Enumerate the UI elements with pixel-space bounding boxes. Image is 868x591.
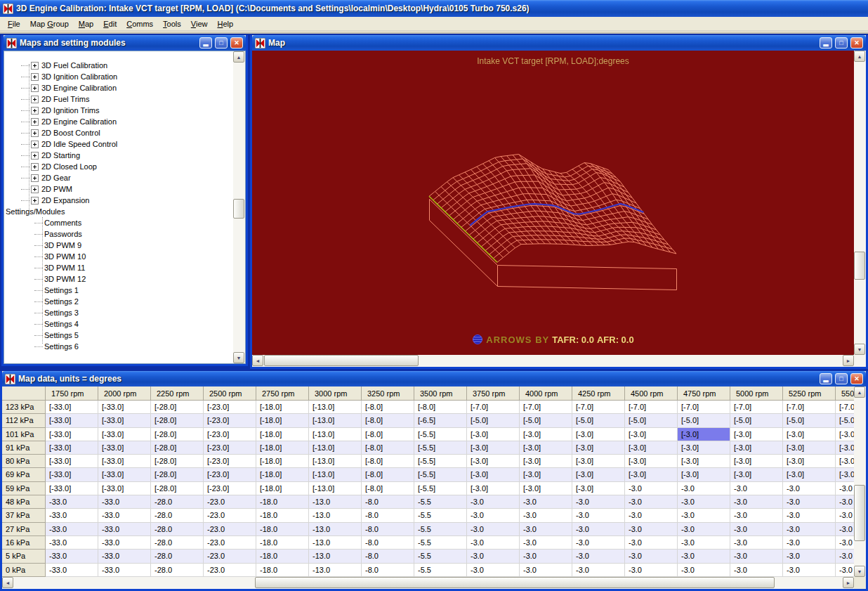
- map-data-cell[interactable]: [-3.0]: [520, 455, 572, 468]
- tree-item-2d-gear[interactable]: 2D Gear: [4, 172, 233, 183]
- map-data-cell[interactable]: [-5.5]: [414, 455, 467, 468]
- map-data-cell[interactable]: [-5.5]: [414, 441, 467, 455]
- map-data-cell[interactable]: -33.0: [46, 495, 98, 509]
- map-data-cell[interactable]: -3.0: [836, 482, 854, 495]
- map-data-cell[interactable]: -33.0: [46, 564, 98, 577]
- map-data-cell[interactable]: [-3.0]: [783, 455, 836, 468]
- map-data-cell[interactable]: [-7.0]: [783, 401, 836, 414]
- grid-hscroll-thumb[interactable]: [255, 577, 775, 588]
- map-data-cell[interactable]: [-33.0]: [98, 455, 151, 468]
- map-data-cell[interactable]: -3.0: [730, 509, 783, 522]
- tree-expand-button[interactable]: [31, 73, 39, 81]
- map-data-cell[interactable]: -8.0: [362, 550, 414, 563]
- map-data-cell[interactable]: -3.0: [783, 495, 836, 509]
- map-data-cell[interactable]: -23.0: [204, 523, 256, 536]
- map-data-cell[interactable]: -3.0: [625, 536, 678, 550]
- map-data-cell[interactable]: [-23.0]: [204, 482, 256, 495]
- map-data-cell[interactable]: -3.0: [730, 482, 783, 495]
- tree-item-2d-ignition-trims[interactable]: 2D Ignition Trims: [4, 105, 233, 116]
- map-data-cell[interactable]: [-18.0]: [256, 401, 309, 414]
- map-data-cell[interactable]: [-7.0]: [836, 401, 854, 414]
- tree-scrollbar[interactable]: ▲ ▼: [233, 51, 245, 363]
- tree-item-comments[interactable]: Comments: [4, 217, 233, 228]
- map-data-cell[interactable]: [-5.0]: [467, 414, 520, 427]
- tree-expand-button[interactable]: [31, 174, 39, 182]
- map-data-cell[interactable]: [-3.0]: [625, 441, 678, 455]
- map-data-cell[interactable]: -3.0: [730, 564, 783, 577]
- map-data-cell[interactable]: [-8.0]: [362, 441, 414, 455]
- tree-expand-button[interactable]: [31, 152, 39, 160]
- maximize-button[interactable]: □: [835, 373, 848, 384]
- map-data-cell[interactable]: -3.0: [836, 495, 854, 509]
- map-data-cell[interactable]: [-23.0]: [204, 401, 256, 414]
- map-data-cell[interactable]: -3.0: [625, 550, 678, 563]
- tree-item-settings-3[interactable]: Settings 3: [4, 307, 233, 318]
- tree-item-3d-ignition-calibration[interactable]: 3D Ignition Calibration: [4, 71, 233, 82]
- map-data-cell[interactable]: [-3.0]: [467, 468, 520, 481]
- map-vscroll-thumb[interactable]: [854, 252, 865, 280]
- map-data-cell[interactable]: [-3.0]: [836, 428, 854, 441]
- map-data-cell[interactable]: [-33.0]: [98, 468, 151, 481]
- map-data-cell[interactable]: -13.0: [309, 550, 362, 563]
- map-data-cell[interactable]: -3.0: [783, 550, 836, 563]
- tree-item-2d-fuel-trims[interactable]: 2D Fuel Trims: [4, 93, 233, 105]
- map-data-cell[interactable]: -3.0: [625, 509, 678, 522]
- map-data-cell[interactable]: [-8.0]: [362, 428, 414, 441]
- map-data-cell[interactable]: [-7.0]: [572, 401, 625, 414]
- tree-item-3d-pwm-9[interactable]: 3D PWM 9: [4, 240, 233, 251]
- tree-expand-button[interactable]: [31, 163, 39, 171]
- map-data-cell[interactable]: -33.0: [98, 509, 151, 522]
- scroll-down-button[interactable]: ▼: [854, 344, 865, 355]
- map-data-cell[interactable]: -3.0: [678, 523, 730, 536]
- map-data-cell[interactable]: [-13.0]: [309, 455, 362, 468]
- map-data-cell[interactable]: [-3.0]: [836, 455, 854, 468]
- map-data-cell[interactable]: [-23.0]: [204, 414, 256, 427]
- map-data-cell[interactable]: [-13.0]: [309, 441, 362, 455]
- map-data-cell[interactable]: [-3.0]: [730, 455, 783, 468]
- scroll-right-button[interactable]: ►: [843, 355, 854, 366]
- map-data-cell[interactable]: [-3.0]: [678, 455, 730, 468]
- scroll-down-button[interactable]: ▼: [233, 352, 244, 363]
- map-data-cell[interactable]: -3.0: [730, 536, 783, 550]
- tree-item-3d-engine-calibration[interactable]: 3D Engine Calibration: [4, 82, 233, 93]
- grid-horizontal-scrollbar[interactable]: ◄ ►: [2, 577, 854, 589]
- map-data-cell[interactable]: [-3.0]: [625, 468, 678, 481]
- menu-tools[interactable]: Tools: [158, 18, 186, 30]
- map-data-cell[interactable]: [-3.0]: [836, 441, 854, 455]
- map-data-cell[interactable]: [-28.0]: [151, 401, 204, 414]
- map-data-cell[interactable]: -3.0: [678, 509, 730, 522]
- map-data-cell[interactable]: -3.0: [572, 495, 625, 509]
- map-data-cell[interactable]: -28.0: [151, 564, 204, 577]
- map-data-cell[interactable]: [-13.0]: [309, 401, 362, 414]
- tree-item-settings-6[interactable]: Settings 6: [4, 341, 233, 352]
- map-data-cell[interactable]: [-3.0]: [572, 428, 625, 441]
- menu-map-group[interactable]: Map Group: [25, 18, 74, 30]
- map-data-cell[interactable]: -28.0: [151, 509, 204, 522]
- map-data-cell[interactable]: -23.0: [204, 495, 256, 509]
- map-data-cell[interactable]: [-3.0]: [572, 482, 625, 495]
- grid-vscroll-thumb[interactable]: [854, 485, 865, 541]
- map-data-cell[interactable]: -3.0: [520, 550, 572, 563]
- map-data-cell[interactable]: -3.0: [678, 482, 730, 495]
- map-data-cell[interactable]: -3.0: [625, 564, 678, 577]
- map-data-cell[interactable]: -3.0: [572, 509, 625, 522]
- tree-expand-button[interactable]: [31, 107, 39, 115]
- scroll-down-button[interactable]: ▼: [854, 566, 865, 577]
- map-data-cell[interactable]: [-3.0]: [783, 428, 836, 441]
- map-data-cell[interactable]: -5.5: [414, 536, 467, 550]
- map-data-cell[interactable]: -5.5: [414, 550, 467, 563]
- map-data-cell[interactable]: [-3.0]: [572, 455, 625, 468]
- map-3d-surface-canvas[interactable]: [252, 51, 854, 355]
- map-data-cell[interactable]: [-3.0]: [836, 468, 854, 481]
- menu-map[interactable]: Map: [74, 18, 98, 30]
- data-window-title-bar[interactable]: Map data, units = degrees ▂ □ ✕: [2, 371, 866, 387]
- map-data-cell[interactable]: -13.0: [309, 523, 362, 536]
- map-data-cell[interactable]: -3.0: [572, 564, 625, 577]
- map-data-cell[interactable]: -3.0: [467, 509, 520, 522]
- tree-item-2d-starting[interactable]: 2D Starting: [4, 150, 233, 161]
- map-data-cell[interactable]: [-3.0]: [520, 468, 572, 481]
- scroll-up-button[interactable]: ▲: [233, 51, 244, 63]
- tree-item-2d-boost-control[interactable]: 2D Boost Control: [4, 127, 233, 138]
- map-data-cell[interactable]: -3.0: [783, 509, 836, 522]
- map-data-cell[interactable]: [-7.0]: [625, 401, 678, 414]
